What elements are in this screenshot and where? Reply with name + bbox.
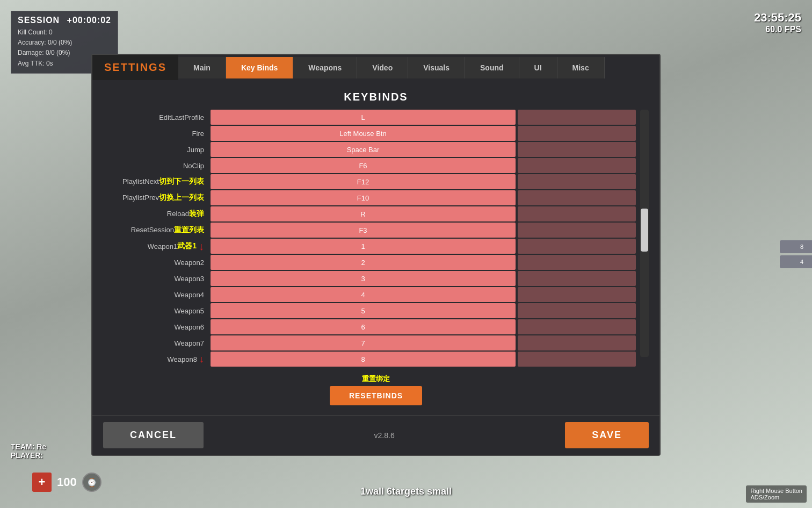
keybind-bind2[interactable] [518, 110, 636, 125]
keybind-bind1[interactable]: Left Mouse Btn [211, 126, 516, 141]
keybind-row-weapon7: Weapon7 7 [103, 335, 636, 350]
keybind-bind2[interactable] [518, 335, 636, 350]
map-name: 1wall 6targets small [360, 486, 452, 497]
keybind-action: Weapon6 [103, 323, 211, 331]
keybind-action: EditLastProfile [103, 113, 211, 121]
keybind-row-weapon4: Weapon4 4 [103, 287, 636, 302]
resetbinds-section: 重置绑定 RESETBINDS [103, 374, 649, 405]
keybind-action: PlaylistPrev切换上一列表 [103, 193, 211, 203]
keybind-bind1[interactable]: F6 [211, 158, 516, 173]
keybind-bind1[interactable]: F12 [211, 174, 516, 189]
keybind-action: Jump [103, 146, 211, 154]
arrow-down-icon: ↓ [199, 240, 204, 253]
tab-weapons[interactable]: Weapons [293, 57, 357, 78]
keybind-bind2[interactable] [518, 319, 636, 334]
keybind-row-playlistprev: PlaylistPrev切换上一列表 F10 [103, 190, 636, 205]
keybind-action: NoClip [103, 162, 211, 170]
keybind-action: ResetSession重置列表 [103, 225, 211, 235]
keybind-bind1[interactable]: 3 [211, 271, 516, 286]
keybind-bind1[interactable]: 4 [211, 287, 516, 302]
keybind-bind2[interactable] [518, 239, 636, 254]
keybind-row-fire: Fire Left Mouse Btn [103, 126, 636, 141]
reset-label: 重置绑定 [362, 374, 390, 384]
keybind-row-playlistnext: PlaylistNext切到下一列表 F12 [103, 174, 636, 189]
keybind-bind2[interactable] [518, 223, 636, 238]
keybind-row-weapon1: Weapon1武器1 ↓ 1 [103, 239, 636, 254]
compass-icon: ⌚ [82, 473, 102, 492]
keybind-row-weapon8: Weapon8 ↓ 8 [103, 352, 636, 367]
keybind-action: Weapon4 [103, 291, 211, 299]
keybind-bind1[interactable]: 8 [211, 352, 516, 367]
save-button[interactable]: SAVE [565, 422, 649, 448]
settings-modal: SETTINGS Main Key Binds Weapons Video Vi… [91, 54, 661, 456]
arrow-down-icon-2: ↓ [199, 354, 204, 365]
keybind-action: PlaylistNext切到下一列表 [103, 177, 211, 187]
keybind-action: Fire [103, 130, 211, 138]
keybinds-table: EditLastProfile L Fire Left Mouse Btn [103, 110, 636, 368]
resetbinds-button[interactable]: RESETBINDS [330, 386, 422, 405]
keybind-row-resetsession: ResetSession重置列表 F3 [103, 223, 636, 238]
modal-body: KEYBINDS EditLastProfile L Fire Left Mou… [92, 80, 659, 415]
keybind-row-weapon6: Weapon6 6 [103, 319, 636, 334]
keybind-action: Weapon8 ↓ [103, 354, 211, 365]
tab-keybinds[interactable]: Key Binds [226, 57, 293, 78]
keybind-bind2[interactable] [518, 206, 636, 221]
keybinds-title: KEYBINDS [103, 91, 649, 103]
keybind-action: Weapon1武器1 ↓ [103, 240, 211, 253]
keybind-row-editlastprofile: EditLastProfile L [103, 110, 636, 125]
keybind-bind1[interactable]: 5 [211, 303, 516, 318]
keybind-bind2[interactable] [518, 352, 636, 367]
tab-ui[interactable]: UI [519, 57, 557, 78]
keybind-action: Weapon2 [103, 259, 211, 267]
keybind-bind1[interactable]: F10 [211, 190, 516, 205]
tab-misc[interactable]: Misc [557, 57, 605, 78]
keybind-bind1[interactable]: 7 [211, 335, 516, 350]
keybind-bind2[interactable] [518, 142, 636, 157]
keybind-bind2[interactable] [518, 255, 636, 270]
tab-sound[interactable]: Sound [465, 57, 519, 78]
keybind-bind2[interactable] [518, 158, 636, 173]
keybind-bind1[interactable]: 2 [211, 255, 516, 270]
keybind-row-weapon2: Weapon2 2 [103, 255, 636, 270]
hud-clock: 23:55:25 60.0 FPS [754, 11, 801, 34]
session-timer: SESSION +00:00:02 [18, 16, 111, 25]
keybind-bind1[interactable]: Space Bar [211, 142, 516, 157]
keybind-action: Reload装弹 [103, 209, 211, 219]
cancel-button[interactable]: CANCEL [103, 422, 204, 448]
hud-health-bar: + 100 ⌚ [32, 473, 102, 492]
keybind-bind2[interactable] [518, 174, 636, 189]
health-plus-icon: + [32, 473, 52, 492]
tab-video[interactable]: Video [357, 57, 408, 78]
keybind-bind2[interactable] [518, 287, 636, 302]
keybind-bind1[interactable]: 1 [211, 239, 516, 254]
keybind-row-reload: Reload装弹 R [103, 206, 636, 221]
keybind-bind1[interactable]: F3 [211, 223, 516, 238]
scrollbar-track[interactable] [640, 110, 649, 357]
settings-title: SETTINGS [92, 55, 178, 80]
hud-right-btn-1: 8 [780, 240, 812, 253]
modal-footer: CANCEL v2.8.6 SAVE [92, 415, 659, 455]
keybind-bind2[interactable] [518, 190, 636, 205]
keybind-bind1[interactable]: L [211, 110, 516, 125]
keybind-row-jump: Jump Space Bar [103, 142, 636, 157]
keybind-bind1[interactable]: 6 [211, 319, 516, 334]
tab-visuals[interactable]: Visuals [408, 57, 465, 78]
settings-header: SETTINGS Main Key Binds Weapons Video Vi… [92, 55, 659, 80]
tab-main[interactable]: Main [178, 57, 226, 78]
keybind-action: Weapon5 [103, 307, 211, 315]
keybind-row-noclip: NoClip F6 [103, 158, 636, 173]
keybind-bind1[interactable]: R [211, 206, 516, 221]
hud-team-player: TEAM: Re PLAYER: [11, 442, 46, 460]
keybind-bind2[interactable] [518, 271, 636, 286]
keybind-bind2[interactable] [518, 126, 636, 141]
hud-right-buttons: 8 4 [780, 240, 812, 268]
tabs-bar: Main Key Binds Weapons Video Visuals Sou… [178, 57, 659, 78]
keybind-action: Weapon3 [103, 275, 211, 283]
keybind-action: Weapon7 [103, 339, 211, 347]
keybind-row-weapon3: Weapon3 3 [103, 271, 636, 286]
keybind-bind2[interactable] [518, 303, 636, 318]
health-value: 100 [57, 475, 77, 489]
version-label: v2.8.6 [204, 431, 565, 440]
scrollbar-thumb[interactable] [641, 209, 648, 252]
ads-zoom-label: Right Mouse ButtonADS/Zoom [746, 485, 807, 503]
